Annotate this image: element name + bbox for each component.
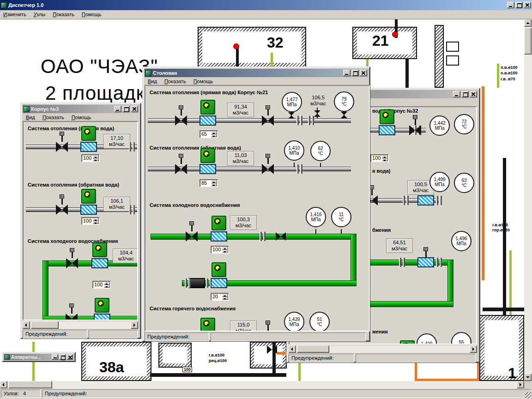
horizontal-scrollbar[interactable]	[23, 321, 138, 329]
alarm-dot-32	[233, 43, 239, 49]
menu-vid[interactable]: Вид	[148, 79, 157, 84]
map-label-gor150: гор.ø150	[492, 228, 510, 232]
flow-meter-icon	[417, 257, 434, 267]
pump-icon[interactable]	[200, 100, 216, 126]
minimize-icon[interactable]	[52, 354, 58, 360]
spin-down-icon[interactable]	[382, 158, 388, 162]
pump-icon[interactable]	[91, 242, 108, 268]
setpoint-spinner[interactable]: 100	[81, 154, 100, 162]
scrollbar-thumb[interactable]	[297, 345, 329, 353]
scroll-right-icon[interactable]	[131, 321, 138, 329]
resize-grip[interactable]	[525, 392, 531, 398]
pump-icon[interactable]	[379, 109, 395, 135]
minimize-icon[interactable]	[343, 70, 351, 76]
spin-down-icon[interactable]	[222, 250, 228, 253]
menu-pokazat[interactable]: Показать	[53, 12, 74, 18]
close-icon[interactable]	[131, 106, 138, 112]
setpoint-spinner[interactable]: 65	[200, 130, 218, 138]
minimize-icon[interactable]	[114, 106, 121, 112]
scroll-right-icon[interactable]	[470, 345, 477, 353]
spin-down-icon[interactable]	[93, 158, 99, 162]
valve-icon[interactable]	[276, 232, 286, 241]
scroll-down-icon[interactable]	[524, 374, 532, 381]
scrollbar-thumb[interactable]	[524, 28, 532, 54]
pump-icon[interactable]	[211, 262, 227, 288]
menu-izmenit[interactable]: Изменить	[3, 12, 26, 18]
setpoint-spinner[interactable]: 100	[370, 154, 389, 162]
menu-uzly[interactable]: Узлы	[34, 12, 46, 18]
close-icon[interactable]	[66, 354, 73, 360]
window-statusbar: Предупреждений:	[289, 354, 477, 363]
main-titlebar[interactable]: Диспетчер 1.0	[0, 0, 532, 10]
spin-down-icon[interactable]	[93, 221, 99, 224]
pump-icon[interactable]	[211, 216, 227, 242]
maximize-icon[interactable]	[122, 106, 130, 112]
valve-icon[interactable]	[66, 303, 78, 320]
setpoint-spinner[interactable]: 20	[211, 293, 229, 301]
section-heading: я вода)	[372, 168, 390, 174]
close-icon[interactable]	[524, 2, 531, 8]
spin-down-icon[interactable]	[104, 285, 110, 288]
vertical-scrollbar[interactable]	[524, 19, 532, 381]
flow-reading: 104,4 м3/час	[113, 248, 138, 263]
valve-icon[interactable]	[262, 105, 274, 126]
valve-icon[interactable]	[56, 194, 68, 215]
scroll-left-icon[interactable]	[289, 345, 296, 353]
closed-valve-icon[interactable]	[188, 278, 205, 288]
valve-icon[interactable]	[186, 221, 198, 242]
valve-icon[interactable]	[262, 154, 274, 174]
setpoint-spinner[interactable]: 100	[81, 217, 100, 225]
map-label-gv100: г.в.ø100	[209, 353, 224, 357]
scroll-right-icon[interactable]	[517, 381, 524, 388]
scroll-left-icon[interactable]	[0, 381, 7, 388]
spin-down-icon[interactable]	[211, 183, 217, 187]
spinner-value: 65	[201, 131, 207, 137]
menu-pokazat[interactable]: Показать	[42, 115, 64, 120]
scroll-left-icon[interactable]	[23, 321, 30, 329]
menu-pomosch[interactable]: Помощь	[193, 79, 213, 84]
flow-units: м3/час	[230, 223, 256, 229]
setpoint-spinner[interactable]: 100	[92, 281, 111, 289]
pump-icon[interactable]	[94, 298, 110, 320]
pump-icon[interactable]	[200, 148, 216, 174]
green-pipe	[42, 260, 48, 320]
menu-pomosch[interactable]: Помощь	[72, 115, 91, 120]
valve-icon[interactable]	[56, 132, 68, 152]
minimize-icon[interactable]	[453, 91, 460, 97]
maximize-icon[interactable]	[59, 354, 66, 360]
scrollbar-thumb[interactable]	[8, 381, 52, 388]
titlebar-korpus3[interactable]: Корпус №3	[23, 105, 139, 113]
warnings-panel: Предупреждений:	[289, 354, 354, 363]
titlebar-stolovaya[interactable]: Столовая	[145, 69, 368, 77]
menu-vid[interactable]: Вид	[26, 115, 35, 120]
setpoint-spinner[interactable]: 85	[200, 179, 218, 187]
close-icon[interactable]	[470, 91, 477, 97]
spin-down-icon[interactable]	[222, 297, 228, 300]
gauge-connector	[294, 163, 295, 167]
scroll-up-icon[interactable]	[524, 19, 532, 27]
pump-icon[interactable]	[80, 126, 97, 152]
close-icon[interactable]	[360, 70, 367, 76]
valve-icon[interactable]	[66, 248, 78, 268]
maximize-icon[interactable]	[351, 70, 359, 76]
valve-icon[interactable]	[409, 115, 421, 135]
scrollbar-thumb[interactable]	[31, 321, 59, 329]
setpoint-spinner[interactable]: 100	[211, 246, 229, 254]
valve-icon[interactable]	[262, 320, 274, 332]
valve-icon[interactable]	[175, 105, 187, 126]
pump-icon[interactable]	[80, 189, 97, 215]
pump-icon[interactable]	[200, 318, 216, 332]
pump-icon[interactable]	[399, 340, 416, 345]
valve-icon[interactable]	[175, 154, 187, 174]
maximize-icon[interactable]	[461, 91, 469, 97]
menu-pomosch[interactable]: Помощь	[82, 12, 102, 18]
titlebar-apparatny[interactable]: Аппаратны...	[4, 354, 74, 360]
horizontal-scrollbar[interactable]	[289, 345, 477, 353]
menu-pokazat[interactable]: Показать	[164, 79, 186, 84]
maximize-icon[interactable]	[515, 2, 523, 8]
spin-down-icon[interactable]	[211, 134, 217, 138]
map-label-pv100: п.в.ø100	[501, 65, 517, 70]
section-heading: Система отопления (прямая вода) Корпус №…	[150, 90, 268, 95]
main-horizontal-scrollbar[interactable]	[0, 381, 524, 389]
minimize-icon[interactable]	[507, 2, 514, 8]
